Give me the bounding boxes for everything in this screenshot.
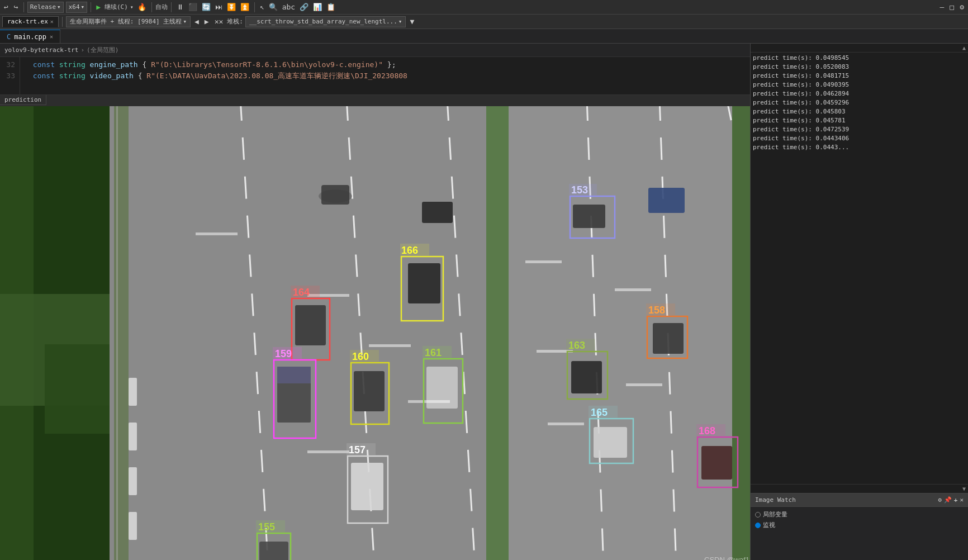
cursor-icon[interactable]: ↖ xyxy=(258,3,266,11)
console-line: predict time(s): 0.0490395 xyxy=(753,80,966,89)
svg-rect-33 xyxy=(129,423,137,450)
stack-chevron: ▾ xyxy=(398,18,402,25)
stack-dropdown[interactable]: __scrt_throw_std_bad_array_new_lengtl...… xyxy=(245,16,406,27)
process-selector[interactable]: 生命周期事件 + 线程: [9984] 主线程 ▾ xyxy=(66,16,191,27)
scroll-up-icon[interactable]: ▲ xyxy=(962,45,966,51)
maximize-icon[interactable]: □ xyxy=(948,3,956,11)
image-watch-title: Image Watch xyxy=(755,496,796,504)
svg-rect-31 xyxy=(259,542,288,560)
right-panel: ▲ predict time(s): 0.0498545predict time… xyxy=(750,44,968,560)
file-tab[interactable]: rack-trt.ex ✕ xyxy=(2,16,59,27)
console-line: predict time(s): 0.0472539 xyxy=(753,125,966,134)
radio-watch-label: 监视 xyxy=(763,521,775,529)
svg-rect-10 xyxy=(486,106,509,560)
nav-close[interactable]: ✕✕ xyxy=(213,17,225,26)
svg-rect-36 xyxy=(196,232,238,235)
nav-next[interactable]: ▶ xyxy=(203,17,211,26)
svg-text:155: 155 xyxy=(258,521,275,533)
svg-text:168: 168 xyxy=(699,425,715,436)
svg-text:158: 158 xyxy=(648,305,665,316)
svg-rect-41 xyxy=(525,260,562,263)
right-icons: — □ ⚙ xyxy=(938,3,966,11)
scrollbar-bottom: ▼ xyxy=(751,484,968,493)
arch-chevron: ▾ xyxy=(81,3,85,11)
iw-zoom-icon[interactable]: + xyxy=(954,496,958,504)
sep1 xyxy=(23,2,24,12)
build-config-chevron: ▾ xyxy=(57,3,61,11)
console-output[interactable]: predict time(s): 0.0498545predict time(s… xyxy=(751,53,968,484)
watch-icon[interactable]: 🔍 xyxy=(267,3,279,11)
build-config-label: Release xyxy=(30,3,56,11)
pause-icon[interactable]: ⏸ xyxy=(175,3,186,11)
svg-text:157: 157 xyxy=(349,444,366,455)
step-out-icon[interactable]: ⏫ xyxy=(239,3,251,11)
main-toolbar: ↩ ↪ Release ▾ x64 ▾ ▶ 继续(C) ▾ 🔥 自动 ⏸ ⬛ 🔄… xyxy=(0,0,968,15)
main-content: yolov9-bytetrack-trt › (全局范围) 32 33 cons… xyxy=(0,44,968,560)
image-watch-header: Image Watch ⚙ 📌 + ✕ xyxy=(751,493,968,507)
svg-rect-40 xyxy=(307,450,349,453)
step-into-icon[interactable]: ⏬ xyxy=(225,3,238,11)
tab-close[interactable]: ✕ xyxy=(50,34,53,40)
svg-rect-32 xyxy=(129,378,137,406)
svg-rect-28 xyxy=(594,427,627,458)
restart-icon[interactable]: 🔄 xyxy=(200,3,212,11)
play-label[interactable]: 继续(C) xyxy=(105,3,128,11)
file-tab-close[interactable]: ✕ xyxy=(50,18,54,25)
prediction-area: prediction xyxy=(0,95,750,560)
svg-rect-26 xyxy=(354,371,385,411)
svg-text:CSDN @waf13916: CSDN @waf13916 xyxy=(704,556,750,560)
svg-rect-23 xyxy=(571,361,602,393)
svg-rect-29 xyxy=(701,446,732,480)
scroll-down-icon[interactable]: ▼ xyxy=(962,486,966,492)
line-numbers: 32 33 xyxy=(0,57,20,94)
arch-label: x64 xyxy=(69,3,80,11)
flame-icon[interactable]: 🔥 xyxy=(136,3,148,11)
chevron-play[interactable]: ▾ xyxy=(130,4,134,10)
mode-label[interactable]: 自动 xyxy=(155,3,168,11)
svg-rect-25 xyxy=(277,367,311,383)
stop-icon[interactable]: ⬛ xyxy=(187,3,199,11)
svg-rect-43 xyxy=(548,423,584,425)
code-editor[interactable]: 32 33 const string engine_path { R"(D:\L… xyxy=(0,57,750,95)
sep4 xyxy=(171,2,172,12)
text-icon[interactable]: abc xyxy=(281,3,297,11)
svg-rect-44 xyxy=(615,288,651,291)
svg-rect-17 xyxy=(648,188,685,213)
minimize-icon[interactable]: — xyxy=(938,3,946,11)
code-content: const string engine_path { R"(D:\Library… xyxy=(20,57,750,94)
svg-text:165: 165 xyxy=(591,407,608,418)
svg-rect-48 xyxy=(732,106,750,560)
svg-text:160: 160 xyxy=(352,351,369,362)
undo-icon[interactable]: ↩ xyxy=(2,3,10,11)
radio-local-vars[interactable]: 局部变量 xyxy=(755,510,964,519)
scope-bar: yolov9-bytetrack-trt › (全局范围) xyxy=(0,44,750,57)
image-watch-panel: Image Watch ⚙ 📌 + ✕ 局部变量 监视 xyxy=(751,493,968,560)
svg-rect-47 xyxy=(116,106,118,560)
radio-watch[interactable]: 监视 xyxy=(755,521,964,529)
step-over-icon[interactable]: ⏭ xyxy=(213,3,224,11)
link-icon[interactable]: 🔗 xyxy=(298,3,310,11)
console-line: predict time(s): 0.0443406 xyxy=(753,134,966,143)
svg-rect-38 xyxy=(369,344,411,347)
main-cpp-tab[interactable]: C main.cpp ✕ xyxy=(0,30,60,43)
svg-rect-30 xyxy=(351,463,383,510)
nav-prev[interactable]: ◀ xyxy=(193,17,201,26)
svg-rect-18 xyxy=(422,202,453,223)
iw-gear-icon[interactable]: ⚙ xyxy=(938,496,942,504)
build-config-dropdown[interactable]: Release ▾ xyxy=(27,2,64,13)
left-panel: yolov9-bytetrack-trt › (全局范围) 32 33 cons… xyxy=(0,44,750,560)
radio-local-vars-circle xyxy=(755,512,761,518)
radio-local-vars-label: 局部变量 xyxy=(763,510,787,519)
chart-icon[interactable]: 📊 xyxy=(311,3,324,11)
play-icon[interactable]: ▶ xyxy=(94,3,102,11)
settings-icon[interactable]: ⚙ xyxy=(958,3,966,11)
arch-dropdown[interactable]: x64 ▾ xyxy=(66,2,88,13)
iw-close-icon[interactable]: ✕ xyxy=(960,496,964,504)
svg-rect-39 xyxy=(408,400,450,403)
aerial-road-image: 153 166 164 158 163 xyxy=(0,106,750,560)
redo-icon[interactable]: ↪ xyxy=(12,3,20,11)
iw-pin-icon[interactable]: 📌 xyxy=(944,496,952,504)
scrollbar-top: ▲ xyxy=(751,44,968,53)
expand-icon[interactable]: ▼ xyxy=(408,17,416,26)
clipboard-icon[interactable]: 📋 xyxy=(325,3,337,11)
